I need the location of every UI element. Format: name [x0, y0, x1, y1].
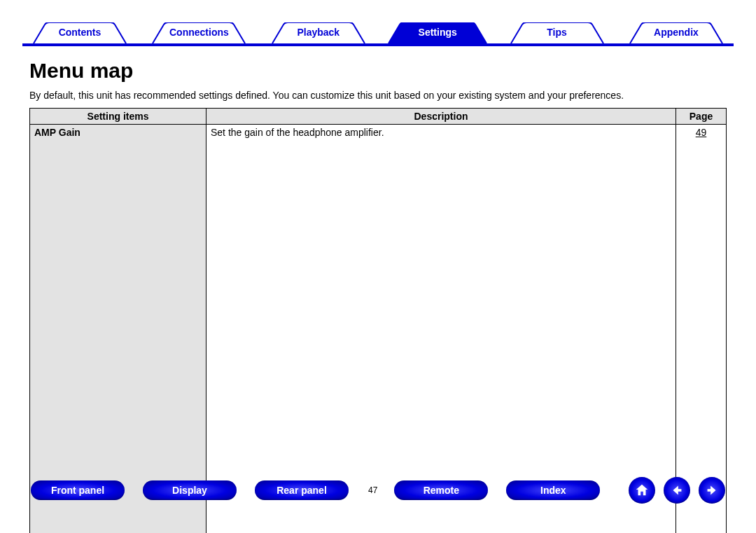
tab-appendix[interactable]: Appendix: [620, 22, 732, 43]
prev-page-button[interactable]: [664, 477, 690, 504]
next-page-button[interactable]: [699, 477, 725, 504]
remote-button[interactable]: Remote: [394, 480, 488, 500]
tab-connections[interactable]: Connections: [143, 22, 255, 43]
table-header-row: Setting items Description Page: [30, 109, 727, 125]
tab-playback[interactable]: Playback: [262, 22, 374, 43]
front-panel-button[interactable]: Front panel: [31, 480, 125, 500]
cell-page-link[interactable]: 49: [676, 125, 727, 533]
arrow-right-icon: [704, 483, 720, 498]
intro-text: By default, this unit has recommended se…: [29, 90, 727, 101]
home-icon: [634, 483, 650, 498]
page-number: 47: [368, 485, 377, 495]
index-button[interactable]: Index: [506, 480, 600, 500]
top-nav: Contents Connections Playback Settings T: [22, 20, 734, 46]
content-area: Menu map By default, this unit has recom…: [29, 59, 727, 533]
page-title: Menu map: [29, 59, 727, 83]
display-button[interactable]: Display: [143, 480, 237, 500]
settings-table: Setting items Description Page AMP Gain …: [29, 108, 727, 533]
table-row: AMP Gain Set the gain of the headphone a…: [30, 125, 727, 533]
tab-tips[interactable]: Tips: [501, 22, 613, 43]
th-setting-items: Setting items: [30, 109, 206, 125]
cell-item: AMP Gain: [30, 125, 206, 533]
bottom-bar: Front panel Display Rear panel 47 Remote…: [31, 478, 725, 502]
th-page: Page: [676, 109, 727, 125]
cell-desc: Set the gain of the headphone amplifier.: [206, 125, 676, 533]
tab-contents[interactable]: Contents: [24, 22, 136, 43]
arrow-left-icon: [669, 483, 685, 498]
rear-panel-button[interactable]: Rear panel: [255, 480, 349, 500]
tab-settings[interactable]: Settings: [382, 22, 493, 43]
home-button[interactable]: [629, 477, 655, 504]
th-description: Description: [206, 109, 676, 125]
